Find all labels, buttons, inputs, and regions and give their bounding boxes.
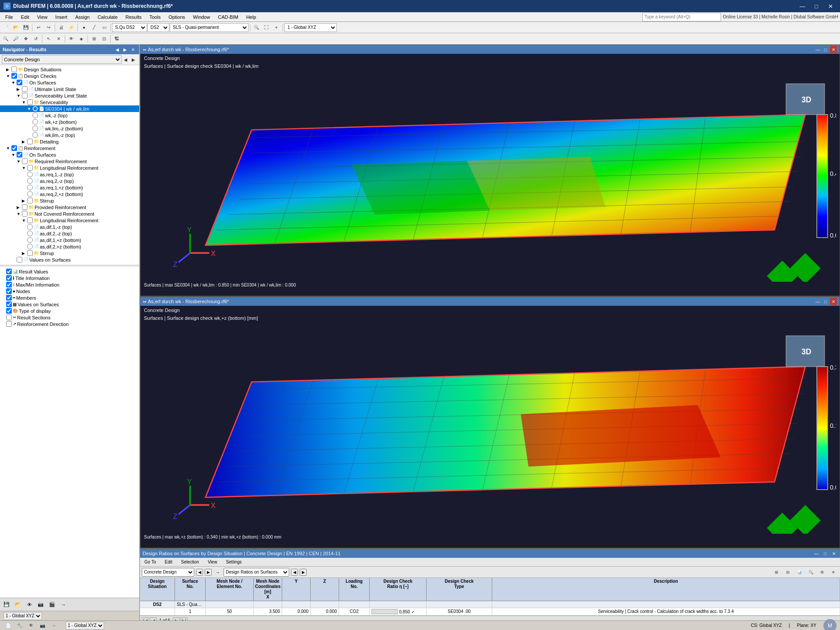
results-view[interactable]: View xyxy=(205,559,220,565)
nav-camera-btn[interactable]: 📷 xyxy=(36,600,46,609)
menu-window[interactable]: Window xyxy=(189,14,214,21)
chk-sls[interactable] xyxy=(22,93,28,98)
print-btn[interactable]: 🖨 xyxy=(56,23,66,32)
view-min-2[interactable]: — xyxy=(814,298,821,305)
tree-values-on-surfaces[interactable]: ▶ 📄 Values on Surfaces xyxy=(0,256,139,263)
calc-btn[interactable]: ⚡ xyxy=(66,23,76,32)
chk-uls[interactable] xyxy=(22,86,28,92)
tree-asdif2z-bottom[interactable]: 📄 as,dif,2,+z (bottom) xyxy=(0,243,139,250)
tree-wk-top[interactable]: 📄 wk,-z (top) xyxy=(0,112,139,119)
tree-asreq1z-bottom[interactable]: 📄 as,req,1,+z (bottom) xyxy=(0,184,139,191)
tree-wk-bottom[interactable]: 📄 wk,+z (bottom) xyxy=(0,119,139,125)
model-btn[interactable]: 🏗 xyxy=(112,34,122,44)
chk-on-surfaces-1[interactable] xyxy=(17,80,22,85)
user-avatar[interactable]: M xyxy=(823,619,836,630)
status-btn4[interactable]: 📷 xyxy=(38,621,47,630)
tree-asdif1z-bottom[interactable]: 📄 as,dif,1,+z (bottom) xyxy=(0,237,139,243)
tree-sls[interactable]: ▼ 📄 Serviceability Limit State xyxy=(0,92,139,99)
results-tb3[interactable]: 📊 xyxy=(794,567,804,577)
results-dropdown1[interactable]: Concrete Design xyxy=(142,568,194,577)
view-btn1[interactable]: 🔍 xyxy=(252,23,261,32)
redo-btn[interactable]: ↪ xyxy=(44,23,53,32)
radio-se0304[interactable] xyxy=(32,106,38,112)
view-btn2[interactable]: ⛶ xyxy=(262,23,271,32)
sls-combo[interactable]: SLS - Quasi-permanent xyxy=(170,23,248,32)
view-min-1[interactable]: — xyxy=(814,46,821,53)
tree-wklim-bottom[interactable]: 📄 wk,lim,-z (bottom) xyxy=(0,125,139,132)
menu-results[interactable]: Results xyxy=(122,14,145,21)
nav-next-btn[interactable]: ▶ xyxy=(122,46,129,53)
render-btn[interactable]: ◈ xyxy=(77,34,86,44)
results-tb5[interactable]: ⚙ xyxy=(817,567,827,577)
zoom-out-btn[interactable]: 🔎 xyxy=(11,34,21,44)
nav-prev-btn[interactable]: ◀ xyxy=(114,46,121,53)
line-btn[interactable]: ╱ xyxy=(89,23,99,32)
results-min-btn[interactable]: — xyxy=(813,550,820,557)
results-dropdown2[interactable]: Design Ratios on Surfaces xyxy=(224,568,289,577)
tree-nodes[interactable]: ● Nodes xyxy=(0,288,139,294)
snap-btn[interactable]: ⊡ xyxy=(99,34,109,44)
results-tb6[interactable]: ✕ xyxy=(829,567,838,577)
tree-stirrup-2[interactable]: ▶ 📁 Stirrup xyxy=(0,250,139,256)
view-max-1[interactable]: □ xyxy=(822,46,829,53)
chk-maxmin-information[interactable] xyxy=(6,282,12,287)
status-btn1[interactable]: 📄 xyxy=(4,621,13,630)
tree-asdif2z-top[interactable]: 📄 as,dif,2,-z (top) xyxy=(0,230,139,237)
dropdown1-prev[interactable]: ◀ xyxy=(196,569,203,576)
radio-asreq2z-bottom[interactable] xyxy=(27,191,33,197)
mesh-view-2[interactable]: 0.340 0.170 0.000 0.32|0.24 X xyxy=(144,322,836,534)
chk-values-on-surfaces-2[interactable] xyxy=(6,301,12,307)
save-btn[interactable]: 💾 xyxy=(21,23,31,32)
mesh-view-1[interactable]: 0.850 0.425 0.000 0.23 | 0.24 X xyxy=(144,70,836,282)
undo-btn[interactable]: ↩ xyxy=(34,23,43,32)
dropdown1-next[interactable]: ▶ xyxy=(205,569,212,576)
menu-options[interactable]: Options xyxy=(165,14,189,21)
chk-reinforcement[interactable] xyxy=(11,145,17,151)
ds-combo[interactable]: DS2 xyxy=(147,23,169,32)
tree-req-reinf[interactable]: ▼ 📁 Required Reinforcement xyxy=(0,158,139,164)
tree-on-surfaces-2[interactable]: ▼ 📄 On Surfaces xyxy=(0,151,139,158)
status-coord-combo[interactable]: 1 - Global XYZ xyxy=(66,622,104,630)
tree-asreq2z-bottom[interactable]: 📄 as,req,2,+z (bottom) xyxy=(0,191,139,197)
radio-wk-top[interactable] xyxy=(32,112,38,118)
radio-asdif2z-top[interactable] xyxy=(27,231,33,236)
tree-asreq2z-top[interactable]: 📄 as,req,2,-z (top) xyxy=(0,178,139,184)
view-close-2[interactable]: ✕ xyxy=(830,298,837,305)
chk-title-information[interactable] xyxy=(6,275,12,281)
menu-edit[interactable]: Edit xyxy=(18,14,33,21)
radio-asdif1z-bottom[interactable] xyxy=(27,237,33,243)
tree-reinforcement[interactable]: ▼ 📋 Reinforcement xyxy=(0,145,139,151)
tree-provided-reinf[interactable]: ▶ 📁 Provided Reinforcement xyxy=(0,204,139,210)
results-max-btn[interactable]: □ xyxy=(822,550,829,557)
chk-provided-reinf[interactable] xyxy=(22,204,28,210)
tree-asdif1z-top[interactable]: 📄 as,dif,1,-z (top) xyxy=(0,224,139,230)
chk-long-reinf[interactable] xyxy=(27,165,33,171)
tree-result-values[interactable]: 📊 Result Values xyxy=(0,268,139,275)
display-btn[interactable]: 👁 xyxy=(66,34,76,44)
results-tb2[interactable]: ⊟ xyxy=(783,567,793,577)
chk-serviceability[interactable] xyxy=(27,99,33,105)
chk-members[interactable] xyxy=(6,295,12,301)
tree-se0304[interactable]: ▼ 📄 SE0304 | wk / wk,lim xyxy=(0,105,139,112)
tree-result-sections[interactable]: ✂ Result Sections xyxy=(0,314,139,321)
chk-stirrup-1[interactable] xyxy=(27,198,33,203)
results-selection[interactable]: Selection xyxy=(178,559,202,565)
menu-view[interactable]: View xyxy=(34,14,51,21)
tree-stirrup-1[interactable]: ▶ 📁 Stirrup xyxy=(0,197,139,204)
results-close-btn[interactable]: ✕ xyxy=(830,550,837,557)
select-btn[interactable]: ↖ xyxy=(44,34,53,44)
menu-calculate[interactable]: Calculate xyxy=(94,14,121,21)
table-data-row[interactable]: 1 50 3.500 0.000 0.000 CO2 0.850 ✓ SE030… xyxy=(140,608,840,616)
menu-cad-bim[interactable]: CAD-BIM xyxy=(214,14,242,21)
chk-design-checks[interactable] xyxy=(11,73,17,79)
nav-open2-btn[interactable]: 📂 xyxy=(13,600,23,609)
radio-asreq1z-top[interactable] xyxy=(27,172,33,177)
maximize-button[interactable]: □ xyxy=(810,1,822,11)
chk-result-sections[interactable] xyxy=(6,315,12,320)
radio-asdif2z-bottom[interactable] xyxy=(27,244,33,249)
tree-long-reinf-2[interactable]: ▼ 📁 Longitudinal Reinforcement xyxy=(0,217,139,224)
results-edit[interactable]: Edit xyxy=(162,559,175,565)
nav-prev-pg-btn[interactable]: ◀ xyxy=(150,617,157,621)
pan-btn[interactable]: ✥ xyxy=(21,34,31,44)
dropdown2-next[interactable]: ▶ xyxy=(300,569,307,576)
